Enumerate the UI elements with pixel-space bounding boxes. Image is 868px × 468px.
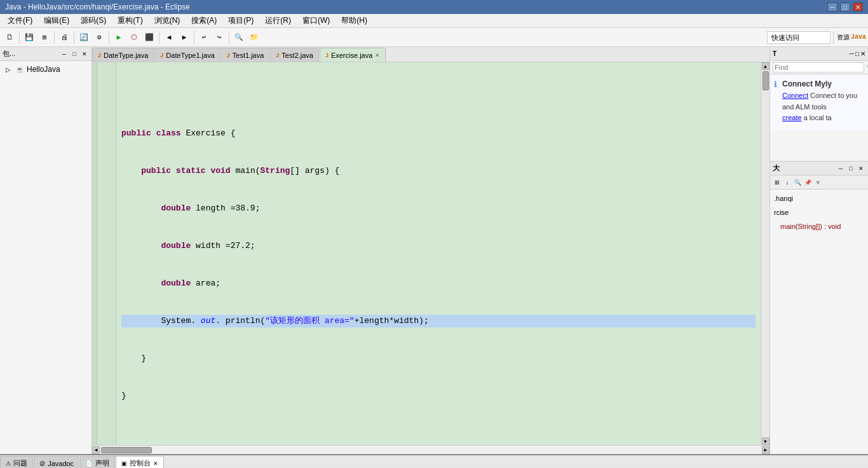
run-button[interactable]: ▶ [112, 31, 126, 45]
code-line-2: public class Exercise { [121, 127, 756, 140]
tree-item-hellojava[interactable]: ▷ ☕ HelloJava [3, 64, 89, 75]
redo-button[interactable]: ↪ [212, 31, 226, 45]
menu-window[interactable]: 窗口(W) [297, 14, 335, 27]
outline-header-controls: ─ □ ✕ [836, 164, 865, 173]
main-layout: 包... ─ □ ✕ ▷ ☕ HelloJava J DateType.java… [0, 47, 868, 454]
tab-icon-test2: J [276, 52, 279, 59]
refresh-button[interactable]: 🔄 [77, 31, 91, 45]
console-icon: ▣ [121, 460, 127, 467]
tab-problems[interactable]: ⚠ 问题 [0, 456, 33, 468]
search-input[interactable] [773, 62, 864, 72]
right-panel-maximize[interactable]: □ [855, 50, 859, 57]
quick-access-input[interactable]: 快速访问 [767, 31, 831, 44]
project-label: HelloJava [27, 65, 60, 74]
code-line-7: System. out. println("该矩形的面积 area="+leng… [121, 315, 756, 327]
close-panel-button[interactable]: ✕ [80, 50, 89, 59]
outline-package-label: .hanqi [774, 195, 793, 202]
outline-item-method[interactable]: main(String[]) : void [773, 220, 865, 234]
editor-horizontal-scrollbar[interactable]: ◀ ▶ [92, 445, 770, 454]
left-panel-header: 包... ─ □ ✕ [0, 47, 92, 61]
tab-datetype[interactable]: J DateType.java [92, 48, 154, 62]
resource-perspective[interactable]: 资源 [836, 31, 850, 45]
close-button[interactable]: ✕ [853, 3, 863, 11]
print-button[interactable]: 🖨 [57, 31, 71, 45]
right-panel-close[interactable]: ✕ [860, 50, 865, 57]
code-editor[interactable]: public class Exercise { public static vo… [92, 62, 770, 445]
debug-button[interactable]: ⬡ [127, 31, 141, 45]
outline-toolbar-btn3[interactable]: 🔍 [793, 178, 802, 187]
open-resource-button[interactable]: 📁 [247, 31, 261, 45]
outline-minimize[interactable]: ─ [836, 164, 845, 173]
code-content[interactable]: public class Exercise { public static vo… [116, 62, 761, 445]
tab-datetype1[interactable]: J DateType1.java [154, 48, 220, 62]
right-panel-top: T ─ □ ✕ 🔍 All ▷ ℹ Connect Myly [770, 47, 868, 162]
outline-toolbar-btn5[interactable]: ▿ [813, 178, 822, 187]
scroll-up-button[interactable]: ▲ [762, 62, 770, 70]
right-panel-minimize[interactable]: ─ [850, 50, 854, 57]
menu-source[interactable]: 源码(S) [76, 14, 111, 27]
console-tab-close[interactable]: ✕ [153, 460, 158, 467]
outline-toolbar-btn1[interactable]: ⊞ [773, 178, 782, 187]
mylyn-text3: create a local ta [782, 113, 857, 124]
forward-button[interactable]: ▶ [177, 31, 191, 45]
connect-link[interactable]: Connect [782, 92, 808, 99]
outline-item-package[interactable]: .hanqi [773, 192, 865, 206]
tab-declaration[interactable]: 📄 声明 [80, 456, 115, 468]
menu-project[interactable]: 项目(P) [223, 14, 259, 27]
stop-button[interactable]: ⬛ [142, 31, 156, 45]
outline-toolbar: ⊞ ↓ 🔍 📌 ▿ [770, 176, 868, 189]
scroll-left-button[interactable]: ◀ [92, 446, 100, 454]
properties-button[interactable]: ⚙ [92, 31, 106, 45]
tab-test1[interactable]: J Test1.java [221, 48, 270, 62]
editor-vertical-scrollbar[interactable]: ▲ ▼ [761, 62, 770, 445]
outline-header: 大 ─ □ ✕ [770, 162, 868, 176]
scroll-down-button[interactable]: ▼ [762, 437, 770, 445]
toolbar-sep-8 [833, 31, 834, 44]
tab-close-exercise[interactable]: ✕ [375, 52, 380, 59]
minimize-panel-button[interactable]: ─ [60, 50, 69, 59]
open-type-button[interactable]: 🔍 [232, 31, 246, 45]
menu-search[interactable]: 搜索(A) [186, 14, 222, 27]
new-button[interactable]: 🗋 [3, 31, 17, 45]
java-perspective[interactable]: Java [851, 31, 865, 45]
tab-javadoc[interactable]: @ Javadoc [34, 456, 79, 468]
outline-item-class[interactable]: rcise [773, 206, 865, 220]
menu-navigate[interactable]: 浏览(N) [149, 14, 186, 27]
menu-run[interactable]: 运行(R) [260, 14, 296, 27]
right-panel-title: T [773, 50, 776, 57]
tab-test2[interactable]: J Test2.java [270, 48, 319, 62]
menu-help[interactable]: 帮助(H) [336, 14, 372, 27]
code-line-6: double area; [121, 277, 756, 290]
mylyn-text3-suffix: a local ta [804, 114, 832, 121]
tab-declaration-label: 声明 [95, 458, 109, 468]
undo-button[interactable]: ↩ [197, 31, 211, 45]
maximize-panel-button[interactable]: □ [70, 50, 79, 59]
tab-exercise[interactable]: J Exercise.java ✕ [320, 48, 386, 62]
back-button[interactable]: ◀ [162, 31, 176, 45]
tab-javadoc-label: Javadoc [48, 460, 74, 467]
scroll-thumb[interactable] [763, 71, 769, 90]
horiz-scroll-thumb[interactable] [101, 447, 152, 453]
tab-problems-label: 问题 [13, 458, 27, 468]
scroll-right-button[interactable]: ▶ [762, 446, 770, 454]
outline-maximize[interactable]: □ [846, 164, 855, 173]
maximize-button[interactable]: □ [840, 3, 850, 11]
menu-edit[interactable]: 编辑(E) [39, 14, 74, 27]
outline-method-label: main(String[]) : void [780, 223, 841, 230]
save-all-button[interactable]: ⊞ [37, 31, 51, 45]
save-button[interactable]: 💾 [22, 31, 36, 45]
outline-close[interactable]: ✕ [857, 164, 865, 173]
outline-toolbar-btn4[interactable]: 📌 [803, 178, 812, 187]
code-line-8: } [121, 352, 756, 365]
outline-tree: .hanqi rcise main(String[]) : void [770, 189, 868, 236]
menu-file[interactable]: 文件(F) [3, 14, 37, 27]
mylyn-text2: and ALM tools [782, 102, 857, 113]
mylyn-text1-suffix: Connect to you [810, 92, 857, 99]
outline-toolbar-btn2[interactable]: ↓ [783, 178, 792, 187]
tab-label-exercise: Exercise.java [331, 52, 372, 59]
tab-console[interactable]: ▣ 控制台 ✕ [116, 456, 164, 468]
minimize-button[interactable]: ─ [827, 3, 837, 11]
create-link[interactable]: create [782, 114, 802, 121]
line-num-7 [97, 141, 116, 154]
menu-refactor[interactable]: 重构(T) [112, 14, 147, 27]
